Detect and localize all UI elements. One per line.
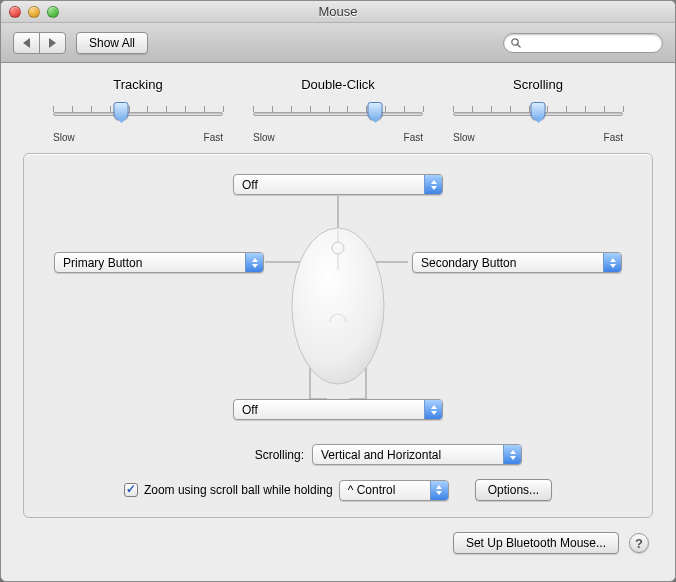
zoom-row: Zoom using scroll ball while holding ^ C…: [40, 479, 636, 501]
side-buttons-popup[interactable]: Off: [233, 399, 443, 420]
svg-point-0: [512, 38, 518, 44]
footer-row: Set Up Bluetooth Mouse... ?: [23, 532, 653, 554]
window-controls: [9, 6, 59, 18]
updown-caret-icon: [245, 253, 263, 272]
tracking-thumb[interactable]: [114, 102, 129, 120]
updown-caret-icon: [503, 445, 521, 464]
tracking-slow-label: Slow: [53, 132, 75, 143]
zoom-options-button[interactable]: Options...: [475, 479, 552, 501]
updown-caret-icon: [424, 400, 442, 419]
chevron-left-icon: [23, 38, 30, 48]
updown-caret-icon: [424, 175, 442, 194]
updown-caret-icon: [430, 481, 448, 500]
mouse-illustration: [288, 224, 388, 389]
minimize-window-button[interactable]: [28, 6, 40, 18]
window-title: Mouse: [1, 4, 675, 19]
doubleclick-fast-label: Fast: [404, 132, 423, 143]
mouse-prefs-window: Mouse Show All Tracking SlowFast: [0, 0, 676, 582]
side-buttons-value: Off: [234, 403, 424, 417]
setup-bluetooth-button[interactable]: Set Up Bluetooth Mouse...: [453, 532, 619, 554]
tracking-fast-label: Fast: [204, 132, 223, 143]
scrolling-slider[interactable]: [453, 102, 623, 128]
zoom-modifier-popup[interactable]: ^ Control: [339, 480, 449, 501]
tracking-slider[interactable]: [53, 102, 223, 128]
updown-caret-icon: [603, 253, 621, 272]
doubleclick-thumb[interactable]: [368, 102, 383, 120]
scrolling-slow-label: Slow: [453, 132, 475, 143]
scrolling-mode-row: Scrolling: Vertical and Horizontal: [40, 444, 636, 465]
scrolling-mode-label: Scrolling:: [154, 448, 304, 462]
nav-forward-button[interactable]: [39, 32, 66, 54]
tracking-label: Tracking: [53, 77, 223, 92]
zoom-modifier-value: ^ Control: [340, 483, 430, 497]
scrollball-click-value: Off: [234, 178, 424, 192]
doubleclick-slider[interactable]: [253, 102, 423, 128]
scrolling-slider-group: Scrolling SlowFast: [453, 77, 623, 143]
zoom-checkbox[interactable]: [124, 483, 138, 497]
scrolling-label: Scrolling: [453, 77, 623, 92]
sliders-row: Tracking SlowFast Double-Click SlowFast: [23, 77, 653, 153]
right-button-value: Secondary Button: [413, 256, 603, 270]
doubleclick-slow-label: Slow: [253, 132, 275, 143]
chevron-right-icon: [49, 38, 56, 48]
show-all-button[interactable]: Show All: [76, 32, 148, 54]
pane-body: Tracking SlowFast Double-Click SlowFast: [1, 63, 675, 566]
svg-line-1: [518, 44, 521, 47]
zoom-window-button[interactable]: [47, 6, 59, 18]
left-button-value: Primary Button: [55, 256, 245, 270]
doubleclick-slider-group: Double-Click SlowFast: [253, 77, 423, 143]
mouse-diagram: Off Primary Button Secondary Button Off: [40, 174, 636, 434]
scrollball-click-popup[interactable]: Off: [233, 174, 443, 195]
search-input[interactable]: [526, 36, 656, 50]
help-button[interactable]: ?: [629, 533, 649, 553]
close-window-button[interactable]: [9, 6, 21, 18]
doubleclick-label: Double-Click: [253, 77, 423, 92]
scrolling-mode-popup[interactable]: Vertical and Horizontal: [312, 444, 522, 465]
search-field[interactable]: [503, 33, 663, 53]
scrolling-thumb[interactable]: [531, 102, 546, 120]
titlebar: Mouse: [1, 1, 675, 23]
scrolling-fast-label: Fast: [604, 132, 623, 143]
tracking-slider-group: Tracking SlowFast: [53, 77, 223, 143]
button-assignment-group: Off Primary Button Secondary Button Off …: [23, 153, 653, 518]
nav-back-forward: [13, 32, 66, 54]
zoom-label: Zoom using scroll ball while holding: [144, 483, 333, 497]
search-icon: [510, 37, 522, 49]
toolbar: Show All: [1, 23, 675, 63]
right-button-popup[interactable]: Secondary Button: [412, 252, 622, 273]
nav-back-button[interactable]: [13, 32, 40, 54]
left-button-popup[interactable]: Primary Button: [54, 252, 264, 273]
svg-point-12: [332, 242, 344, 254]
scrolling-mode-value: Vertical and Horizontal: [313, 448, 503, 462]
